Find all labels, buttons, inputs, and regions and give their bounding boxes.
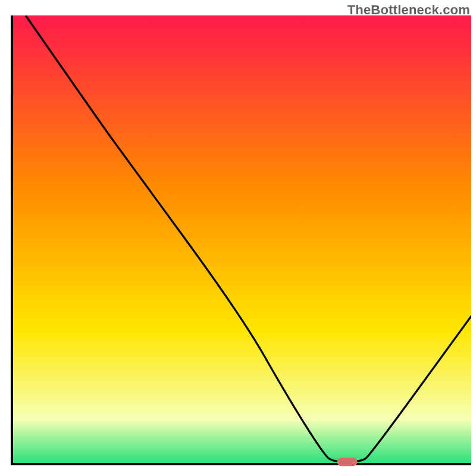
curve-marker <box>337 458 358 466</box>
gradient-plot-area <box>12 15 471 464</box>
chart-svg <box>0 0 476 476</box>
watermark-label: TheBottleneck.com <box>347 2 470 18</box>
chart-stage: TheBottleneck.com <box>0 0 476 476</box>
